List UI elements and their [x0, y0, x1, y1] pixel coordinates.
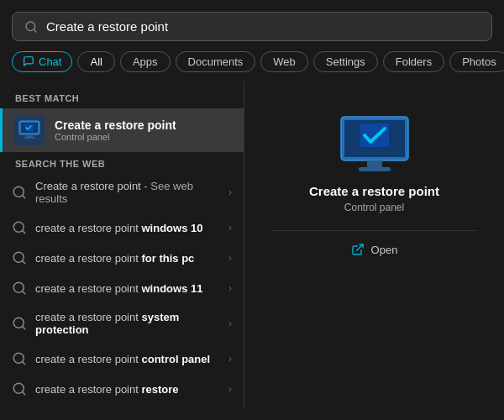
filter-settings-label: Settings — [326, 55, 365, 68]
search-icon — [12, 351, 27, 366]
app-icon — [14, 115, 45, 145]
web-search-text: create a restore point for this pc — [35, 252, 220, 265]
restore-point-icon — [18, 120, 41, 140]
web-search-text: create a restore point control panel — [35, 353, 220, 365]
filter-apps-label: Apps — [133, 55, 158, 68]
preview-icon-wrapper — [337, 115, 412, 174]
filter-documents-button[interactable]: Documents — [176, 51, 256, 72]
filter-photos-label: Photos — [462, 55, 496, 68]
filter-apps-button[interactable]: Apps — [120, 51, 171, 72]
svg-line-20 — [22, 326, 24, 328]
svg-rect-28 — [367, 160, 382, 167]
search-icon — [12, 220, 27, 235]
chevron-right-icon: › — [228, 282, 232, 294]
web-search-text: create a restore point windows 10 — [35, 222, 220, 234]
filter-bar: Chat All Apps Documents Web Settings Fol… — [12, 50, 492, 73]
web-search-item[interactable]: create a restore point control panel› — [0, 344, 244, 374]
search-bar — [12, 12, 492, 41]
web-search-label: Search the web — [0, 154, 244, 172]
main-content: Best match Create a restore point Contro… — [0, 81, 504, 409]
best-match-item[interactable]: Create a restore point Control panel — [0, 108, 244, 152]
web-search-text: Create a restore point - See web results — [35, 180, 220, 205]
filter-photos-button[interactable]: Photos — [449, 51, 504, 72]
search-icon — [12, 185, 27, 200]
filter-chat-button[interactable]: Chat — [12, 51, 72, 72]
search-icon — [12, 316, 27, 331]
open-in-new-icon — [351, 243, 365, 256]
filter-folders-label: Folders — [396, 55, 432, 68]
right-panel: Create a restore point Control panel Ope… — [244, 81, 504, 409]
search-icon — [24, 20, 38, 34]
web-search-item[interactable]: Create a restore point - See web results… — [0, 172, 244, 213]
web-search-list: Create a restore point - See web results… — [0, 172, 244, 404]
svg-line-22 — [22, 361, 24, 364]
chevron-right-icon: › — [228, 186, 232, 198]
preview-subtitle: Control panel — [344, 202, 404, 213]
web-search-item[interactable]: create a restore point for this pc› — [0, 243, 244, 273]
svg-line-24 — [22, 391, 24, 394]
web-search-item[interactable]: create a restore point windows 10› — [0, 213, 244, 243]
chat-icon — [23, 55, 34, 67]
svg-line-30 — [356, 244, 362, 250]
filter-settings-button[interactable]: Settings — [313, 51, 378, 72]
filter-web-label: Web — [273, 55, 296, 68]
web-search-text: create a restore point windows 11 — [35, 282, 220, 295]
svg-line-14 — [22, 230, 24, 233]
chevron-right-icon: › — [228, 252, 232, 264]
filter-documents-label: Documents — [188, 55, 244, 68]
svg-line-18 — [22, 291, 24, 293]
web-search-item[interactable]: create a restore point system protection… — [0, 303, 244, 344]
best-match-text: Create a restore point Control panel — [55, 118, 176, 142]
web-search-item[interactable]: create a restore point restore› — [0, 374, 244, 404]
filter-all-label: All — [90, 55, 102, 68]
chevron-right-icon: › — [228, 318, 232, 329]
svg-line-16 — [22, 260, 24, 263]
search-icon — [12, 281, 27, 296]
svg-rect-9 — [24, 137, 35, 139]
preview-app-icon — [337, 115, 412, 174]
web-search-text: create a restore point system protection — [35, 311, 220, 336]
web-search-item[interactable]: create a restore point windows 11› — [0, 273, 244, 303]
search-input[interactable] — [46, 19, 480, 34]
web-search-text: create a restore point restore — [35, 383, 220, 396]
filter-web-button[interactable]: Web — [260, 51, 308, 72]
filter-all-button[interactable]: All — [77, 51, 114, 72]
svg-rect-29 — [359, 167, 391, 171]
filter-folders-button[interactable]: Folders — [383, 51, 444, 72]
search-icon — [12, 381, 27, 396]
best-match-title: Create a restore point — [55, 118, 176, 132]
chevron-right-icon: › — [228, 222, 232, 234]
open-label: Open — [371, 244, 398, 256]
chevron-right-icon: › — [228, 383, 232, 395]
left-panel: Best match Create a restore point Contro… — [0, 81, 244, 409]
divider — [270, 230, 478, 231]
best-match-subtitle: Control panel — [55, 132, 176, 142]
svg-line-1 — [34, 29, 36, 32]
svg-line-12 — [22, 195, 24, 197]
search-icon — [12, 250, 27, 265]
svg-rect-8 — [26, 134, 33, 137]
open-button[interactable]: Open — [351, 243, 398, 256]
preview-title: Create a restore point — [309, 184, 439, 198]
filter-chat-label: Chat — [39, 55, 61, 68]
best-match-label: Best match — [0, 88, 244, 107]
chevron-right-icon: › — [228, 353, 232, 365]
